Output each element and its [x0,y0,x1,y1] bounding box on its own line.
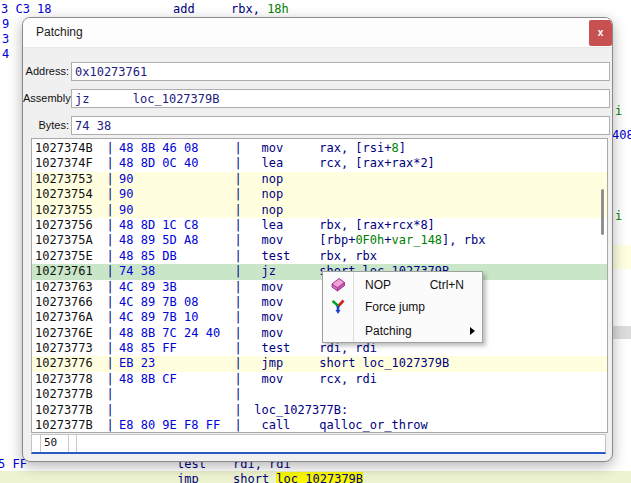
bg-left-frag: 4 [2,47,9,61]
size-field[interactable]: 50 [44,436,57,449]
listing-row[interactable]: 10273756|48 8D 1C C8| lea rbx, [rax+rcx*… [32,218,607,233]
bg-operand: rbx, 18h [231,2,289,16]
bytes-input[interactable] [71,116,610,135]
bg-mnemonic: jmp [177,472,199,483]
bg-left-frag: 3 [2,32,9,46]
assembly-label: Assembly: [23,89,69,108]
listing-row[interactable]: 10273766|4C 89 7B 08| mov [32,295,607,310]
bytes-label: Bytes: [23,116,69,135]
eraser-icon [330,277,346,293]
listing-row[interactable]: 10273753|90| nop [32,172,607,187]
menu-item-shortcut: Ctrl+N [430,278,464,292]
listing-row[interactable]: 10273776|EB 23| jmp short loc_1027379B [32,356,607,371]
disassembly-listing[interactable]: 1027374B|48 8B 46 08| mov rax, [rsi+8]10… [31,138,608,433]
bg-right-frag: 408 [612,128,631,142]
submenu-arrow-icon [470,327,475,335]
listing-row[interactable]: 1027377B|| [32,387,607,402]
listing-row[interactable]: 10273763|4C 89 3B| mov [32,280,607,295]
dialog-title: Patching [36,25,83,39]
listing-row[interactable]: 10273761|74 38| jz short loc_1027379B [32,264,607,279]
menu-item-force-jump[interactable]: Force jump [323,296,482,318]
bg-right-frag: i [615,209,622,223]
listing-row[interactable]: 1027377B|E8 80 9E F8 FF| call qalloc_or_… [32,418,607,433]
listing-row[interactable]: 1027377B|| loc_1027377B: [32,403,607,418]
menu-item-label: Patching [365,324,412,338]
listing-row[interactable]: 1027376E|48 8B 7C 24 40| mov [32,326,607,341]
listing-scrollbar-thumb[interactable] [601,189,604,235]
bg-yellow-band [613,245,631,269]
menu-item-nop[interactable]: NOP Ctrl+N [323,274,482,296]
dialog-titlebar[interactable]: Patching x [23,18,612,48]
listing-row[interactable]: 1027375E|48 85 DB| test rbx, rbx [32,249,607,264]
listing-row[interactable]: 1027374B|48 8B 46 08| mov rax, [rsi+8] [32,141,607,156]
menu-item-patching[interactable]: Patching [323,320,482,342]
bg-current-line-band: jmp short loc_1027379B [0,471,631,483]
listing-row[interactable]: 10273778|48 8B CF| mov rcx, rdi [32,372,607,387]
bg-gray-band [613,326,631,339]
listing-row[interactable]: 10273773|48 85 FF| test rdi, rdi [32,341,607,356]
size-bar-divider [40,435,41,452]
patching-dialog: Patching x Address: Assembly: Bytes: 102… [22,17,613,462]
listing-row[interactable]: 10273754|90| nop [32,187,607,202]
listing-row[interactable]: 1027375A|48 89 5D A8| mov [rbp+0F0h+var_… [32,233,607,248]
address-input[interactable] [71,62,610,81]
bg-mnemonic: add [173,2,195,16]
size-bar-divider [68,435,69,452]
size-bar-divider [76,435,77,452]
listing-row[interactable]: 1027374F|48 8D 0C 40| lea rcx, [rax+rax*… [32,156,607,171]
size-bar: 50 [31,434,606,454]
assembly-field-row: Assembly: [23,89,612,108]
menu-item-label: Force jump [365,300,425,314]
bg-right-frag: i [615,104,622,118]
bytes-field-row: Bytes: [23,116,612,135]
listing-row[interactable]: 1027376A|4C 89 7B 10| mov [32,310,607,325]
bg-number: 18h [267,2,289,16]
address-field-row: Address: [23,62,612,81]
menu-item-label: NOP [365,278,391,292]
assembly-input[interactable] [71,89,610,108]
listing-row[interactable]: 10273755|90| nop [32,203,607,218]
bg-bytes: 3 C3 18 [1,2,52,16]
close-button[interactable]: x [589,20,612,46]
address-label: Address: [23,62,69,81]
context-menu: NOP Ctrl+N Force jump Patching [322,271,483,343]
bg-left-frag: 9 [2,17,9,31]
bg-highlighted-identifier: loc_1027379B [276,472,363,483]
listing-rows: 1027374B|48 8B 46 08| mov rax, [rsi+8]10… [32,141,607,433]
bg-operand: short loc_1027379B [233,472,363,483]
fork-icon [330,299,346,315]
